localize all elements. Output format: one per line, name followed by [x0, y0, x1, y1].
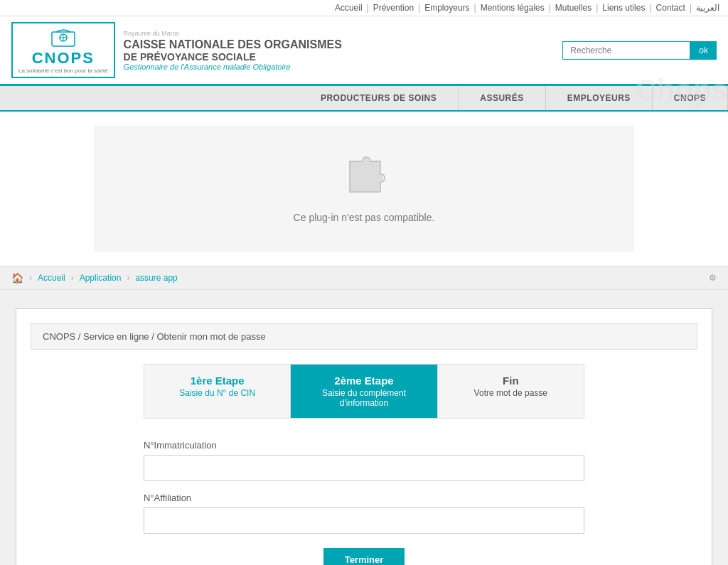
- search-button[interactable]: ok: [690, 41, 717, 60]
- breadcrumb-accueil[interactable]: Accueil: [38, 273, 65, 283]
- path-cnops[interactable]: CNOPS: [43, 331, 75, 342]
- step-fin-number: Fin: [452, 375, 569, 387]
- org-tagline: Gestionnaire de l'Assurance maladie Obli…: [124, 63, 342, 71]
- nav-arabic[interactable]: العربية: [696, 3, 719, 13]
- form-container: CNOPS / Service en ligne / Obtenir mon m…: [16, 308, 712, 565]
- search-input[interactable]: [562, 41, 690, 60]
- path-breadcrumb: CNOPS / Service en ligne / Obtenir mon m…: [31, 323, 697, 350]
- home-icon[interactable]: 🏠: [11, 272, 23, 284]
- step-1-desc: Saisie du N° de CIN: [159, 388, 276, 398]
- nav-mutuelles[interactable]: Mutuelles: [555, 3, 592, 13]
- org-sub-title: DE PRÉVOYANCE SOCIALE: [124, 51, 342, 63]
- header: CNOPS La solidarité c'est bon pour la sa…: [0, 16, 728, 86]
- step-2-number: 2ème Etape: [305, 375, 422, 387]
- affiliation-group: N°Affiliation: [144, 493, 584, 534]
- breadcrumb-current: assure app: [135, 273, 177, 283]
- main-nav: PRODUCTEURS DE SOINS ASSURÉS EMPLOYEURS …: [0, 86, 728, 112]
- path-service[interactable]: Service en ligne: [83, 331, 149, 342]
- immatriculation-label: N°Immatriculation: [144, 440, 584, 451]
- settings-icon[interactable]: ⚙: [709, 273, 717, 283]
- search-area: ok: [562, 41, 717, 60]
- nav-mentions[interactable]: Mentions légales: [481, 3, 545, 13]
- submit-button[interactable]: Terminer: [323, 548, 405, 565]
- header-title: Royaume du Maroc CAISSE NATIONALE DES OR…: [124, 30, 342, 71]
- logo-box: CNOPS La solidarité c'est bon pour la sa…: [11, 22, 115, 78]
- top-nav: Accueil | Prévention | Employeurs | Ment…: [0, 0, 728, 16]
- step-2[interactable]: 2ème Etape Saisie du complément d'inform…: [291, 365, 437, 418]
- step-fin-desc: Votre mot de passe: [452, 388, 569, 398]
- nav-prevention[interactable]: Prévention: [373, 3, 414, 13]
- nav-employeurs[interactable]: Employeurs: [424, 3, 469, 13]
- nav-employeurs[interactable]: EMPLOYEURS: [546, 86, 653, 110]
- plugin-icon: [343, 154, 385, 205]
- steps-container: 1ère Etape Saisie du N° de CIN 2ème Etap…: [144, 364, 584, 419]
- immatriculation-input[interactable]: [144, 455, 584, 481]
- nav-accueil[interactable]: Accueil: [335, 3, 363, 13]
- kingdom-label: Royaume du Maroc: [124, 30, 342, 37]
- step-1-number: 1ère Etape: [159, 375, 276, 387]
- nav-cnops[interactable]: CNOPS: [653, 86, 728, 110]
- breadcrumb-application[interactable]: Application: [80, 273, 122, 283]
- affiliation-label: N°Affiliation: [144, 493, 584, 503]
- plugin-area: Ce plug-in n'est pas compatible.: [94, 126, 634, 252]
- step-fin[interactable]: Fin Votre mot de passe: [438, 365, 584, 418]
- org-main-title: CAISSE NATIONALE DES ORGANISMES: [124, 38, 342, 51]
- cnops-logo-icon: [50, 26, 76, 48]
- nav-liens[interactable]: Liens utiles: [602, 3, 645, 13]
- breadcrumb-bar: 🏠 › Accueil › Application › assure app ⚙: [0, 266, 728, 290]
- submit-area: Terminer: [144, 548, 584, 565]
- nav-contact[interactable]: Contact: [656, 3, 685, 13]
- affiliation-input[interactable]: [144, 507, 584, 534]
- nav-producteurs[interactable]: PRODUCTEURS DE SOINS: [299, 86, 459, 110]
- step-1[interactable]: 1ère Etape Saisie du N° de CIN: [144, 365, 291, 418]
- form-section: N°Immatriculation N°Affiliation Terminer: [144, 440, 584, 565]
- logo-area: CNOPS La solidarité c'est bon pour la sa…: [11, 22, 342, 78]
- path-current: Obtenir mon mot de passe: [156, 331, 265, 342]
- step-2-desc: Saisie du complément d'information: [305, 388, 422, 408]
- immatriculation-group: N°Immatriculation: [144, 440, 584, 481]
- plugin-text: Ce plug-in n'est pas compatible.: [294, 212, 435, 223]
- cnops-logo-text: CNOPS: [32, 49, 95, 68]
- logo-tagline: La solidarité c'est bon pour la santé: [18, 68, 108, 74]
- nav-assures[interactable]: ASSURÉS: [459, 86, 546, 110]
